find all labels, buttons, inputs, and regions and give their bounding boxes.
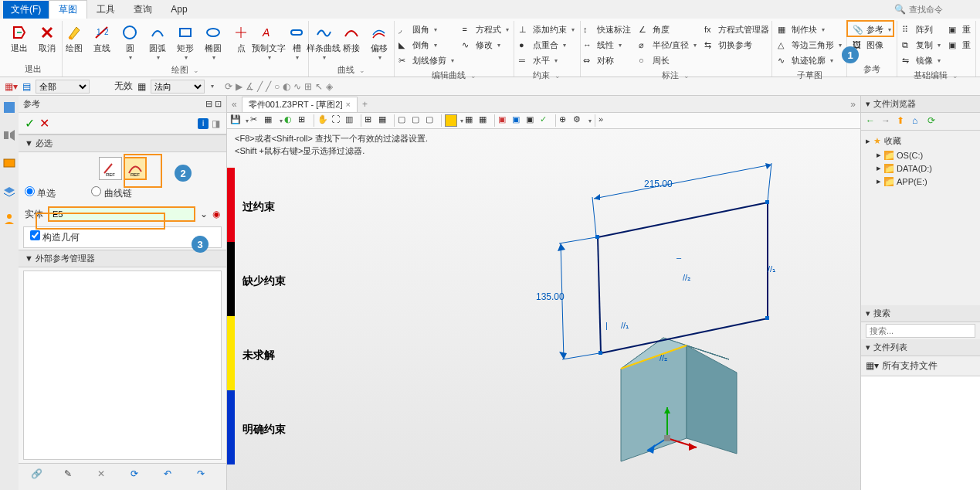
- vpt-m4-icon[interactable]: ✓: [540, 114, 552, 127]
- vpt-save-icon[interactable]: 💾: [230, 114, 242, 127]
- nav-up-icon[interactable]: ⬆: [897, 115, 909, 128]
- quickdim-button[interactable]: ↕快速标注: [580, 22, 634, 37]
- tbic[interactable]: ╱: [257, 81, 263, 92]
- panel-close-icon[interactable]: ⊡: [215, 99, 222, 108]
- vpt-fit-icon[interactable]: ⛶: [331, 114, 344, 127]
- extref-section[interactable]: ▼ 外部参考管理器: [19, 250, 226, 267]
- vpt-m3-icon[interactable]: ▣: [526, 114, 538, 127]
- ribbon-tab-sketch[interactable]: 草图: [49, 0, 87, 19]
- arc-button[interactable]: 圆弧▾: [144, 22, 171, 63]
- tab-next-icon[interactable]: »: [850, 99, 856, 110]
- point-button[interactable]: 点: [228, 22, 254, 56]
- linear-button[interactable]: ↔线性▾: [580, 38, 634, 53]
- vpt-pan-icon[interactable]: ✋: [317, 114, 330, 127]
- help-icon[interactable]: ◨: [212, 118, 220, 129]
- tbic[interactable]: ↖: [315, 81, 323, 92]
- traceprof-button[interactable]: ∿轨迹轮廓▾: [775, 53, 845, 68]
- nav-back-icon[interactable]: ←: [866, 115, 878, 128]
- sketch-mode-icon[interactable]: [2, 100, 16, 114]
- reject-icon[interactable]: ✕: [39, 116, 49, 131]
- exit-button[interactable]: 退出: [6, 22, 32, 56]
- info-icon[interactable]: i: [198, 118, 209, 129]
- entity-pick-icon[interactable]: ◉: [212, 209, 220, 219]
- command-search-input[interactable]: [909, 5, 971, 14]
- vpt-ortho-icon[interactable]: ⊞: [365, 114, 377, 127]
- vpt-cut-icon[interactable]: ✂: [250, 114, 263, 127]
- tree-drive-c[interactable]: ▸📁OS(C:): [866, 148, 975, 162]
- vpt-p1-icon[interactable]: ▦: [465, 114, 477, 127]
- link-icon[interactable]: 🔗: [31, 468, 48, 485]
- delete-icon[interactable]: ✕: [97, 468, 114, 485]
- entity-input[interactable]: [48, 206, 195, 222]
- redo-icon[interactable]: ↷: [197, 468, 214, 485]
- confirm-icon[interactable]: ✓: [25, 116, 35, 131]
- vpt-more-icon[interactable]: »: [599, 114, 611, 127]
- raddia-button[interactable]: ⌀半径/直径▾: [636, 38, 700, 53]
- vpt-section-icon[interactable]: ▥: [345, 114, 358, 127]
- construct-check[interactable]: 构造几何: [30, 230, 80, 244]
- mode-edge-icon[interactable]: REF: [99, 157, 122, 180]
- horiz-button[interactable]: ═水平▾: [516, 53, 578, 68]
- vpt-v2-icon[interactable]: ▢: [412, 114, 424, 127]
- search-input[interactable]: [866, 324, 975, 338]
- tbic[interactable]: ◐: [283, 81, 290, 92]
- slot-button[interactable]: 槽▾: [283, 22, 310, 63]
- chain-radio[interactable]: 曲线链: [91, 186, 131, 200]
- layer-select[interactable]: 全部: [36, 80, 90, 94]
- dim-215[interactable]: 215.00: [644, 179, 673, 189]
- tree-fav[interactable]: ▸★收藏: [866, 134, 975, 148]
- vpt-v3-icon[interactable]: ▢: [426, 114, 438, 127]
- style-icon[interactable]: ▤: [22, 81, 31, 92]
- layer-icon[interactable]: [2, 184, 16, 198]
- view-icon[interactable]: [2, 156, 16, 170]
- file-menu[interactable]: 文件(F): [3, 1, 49, 19]
- ribbon-tab-query[interactable]: 查询: [124, 1, 161, 19]
- filter-icon[interactable]: ▦▾: [5, 81, 18, 92]
- equilat-button[interactable]: △等边三角形▾: [775, 38, 845, 53]
- vpt-color-icon[interactable]: [445, 114, 457, 127]
- sketch-button[interactable]: 绘图: [61, 22, 87, 56]
- mode-curve-icon[interactable]: REF: [124, 157, 147, 180]
- bridge-button[interactable]: 桥接: [338, 22, 365, 56]
- vpt-m1-icon[interactable]: ▣: [498, 114, 510, 127]
- user-icon[interactable]: [2, 212, 16, 226]
- history-icon[interactable]: [2, 128, 16, 142]
- required-section[interactable]: ▼ 必选: [19, 134, 226, 152]
- tree-drive-e[interactable]: ▸📁APP(E:): [866, 175, 975, 188]
- tbic[interactable]: ◈: [326, 81, 333, 92]
- tab-prev-icon[interactable]: «: [232, 99, 237, 110]
- coincident-button[interactable]: ●点重合▾: [516, 38, 578, 53]
- ellipse-button[interactable]: 椭圆▾: [200, 22, 226, 63]
- ribbon-tab-app[interactable]: App: [161, 2, 196, 17]
- tree-drive-d[interactable]: ▸📁DATA(D:): [866, 162, 975, 175]
- ref-button[interactable]: 📎参考▾: [849, 22, 894, 37]
- modify-button[interactable]: ∿修改▾: [459, 38, 512, 53]
- perim-button[interactable]: ○周长: [636, 53, 700, 68]
- angle-button[interactable]: ∠角度: [636, 22, 700, 37]
- filetype-icon[interactable]: ▦▾: [866, 360, 879, 371]
- makeblock-button[interactable]: ▦制作块▾: [775, 22, 845, 37]
- dim-135[interactable]: 135.00: [536, 291, 565, 302]
- vpt-p2-icon[interactable]: ▦: [479, 114, 491, 127]
- undo-icon[interactable]: ↶: [164, 468, 181, 485]
- copy-button[interactable]: ⧉复制▾: [899, 38, 944, 53]
- tab-add-icon[interactable]: +: [362, 99, 368, 110]
- pattern-button[interactable]: ⠿阵列: [899, 22, 944, 37]
- tbic[interactable]: ╱: [266, 81, 271, 92]
- cancel-button[interactable]: 取消: [34, 22, 60, 56]
- refresh-icon[interactable]: ⟳: [131, 468, 148, 485]
- vpt-v1-icon[interactable]: ▢: [398, 114, 410, 127]
- more2-button[interactable]: ▣重: [945, 38, 974, 53]
- invalid-icon[interactable]: ▦: [137, 81, 146, 92]
- vpt-wire-icon[interactable]: ⊞: [298, 114, 310, 127]
- text-button[interactable]: A预制文字▾: [256, 22, 282, 63]
- offset-button[interactable]: 偏移▾: [366, 22, 392, 63]
- vpt-gear-icon[interactable]: ⚙: [573, 114, 585, 127]
- vpt-display-icon[interactable]: ▦: [264, 114, 276, 127]
- spline-button[interactable]: 样条曲线▾: [310, 22, 337, 63]
- normal-select[interactable]: 法向: [151, 80, 205, 94]
- addcon-button[interactable]: ⊥添加约束▾: [516, 22, 578, 37]
- entity-dd-icon[interactable]: ⌄: [200, 209, 208, 219]
- toggleref-button[interactable]: ⇆切换参考: [701, 38, 772, 53]
- edit-icon[interactable]: ✎: [64, 468, 81, 485]
